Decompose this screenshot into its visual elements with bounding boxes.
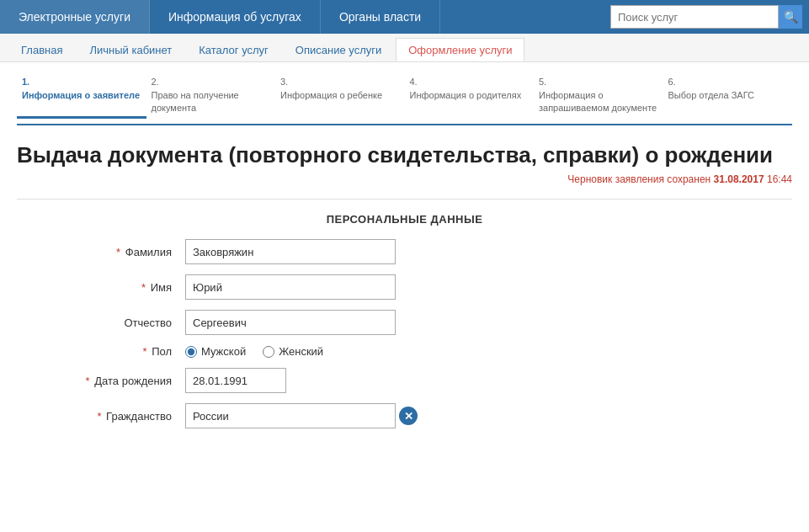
label-birthdate: * Дата рождения <box>17 375 185 387</box>
form-row-patronymic: Отчество <box>17 310 792 335</box>
form-row-surname: * Фамилия <box>17 239 792 264</box>
tab-home[interactable]: Главная <box>8 38 75 61</box>
search-area: 🔍 <box>604 0 809 34</box>
top-navigation: Электронные услуги Информация об услугах… <box>0 0 809 34</box>
nav-info-services-label: Информация об услугах <box>168 10 301 24</box>
input-citizenship[interactable] <box>185 403 396 428</box>
label-gender: * Пол <box>17 345 185 358</box>
nav-authorities[interactable]: Органы власти <box>321 0 440 34</box>
input-patronymic[interactable] <box>185 310 396 335</box>
form-row-birthdate: * Дата рождения <box>17 368 792 393</box>
input-birthdate[interactable] <box>185 368 286 393</box>
input-name[interactable] <box>185 274 396 300</box>
clear-citizenship-button[interactable]: ✕ <box>399 407 418 425</box>
nav-info-services[interactable]: Информация об услугах <box>150 0 321 34</box>
nav-e-services-label: Электронные услуги <box>19 10 130 24</box>
tab-catalog[interactable]: Каталог услуг <box>186 38 281 61</box>
personal-data-form: * Фамилия * Имя Отчество * Пол <box>17 239 792 428</box>
main-content: 1. Информация о заявителе 2. Право на по… <box>0 62 809 452</box>
secondary-navigation: Главная Личный кабинет Каталог услуг Опи… <box>0 34 809 62</box>
input-surname[interactable] <box>185 239 396 264</box>
nav-e-services[interactable]: Электронные услуги <box>0 0 150 34</box>
step-3[interactable]: 3. Информация о ребенке <box>275 76 405 117</box>
section-heading: ПЕРСОНАЛЬНЫЕ ДАННЫЕ <box>17 213 792 226</box>
tab-cabinet[interactable]: Личный кабинет <box>77 38 184 61</box>
form-row-gender: * Пол Мужской Женский <box>17 345 792 358</box>
label-name: * Имя <box>17 281 185 294</box>
draft-saved-notice: Черновик заявления сохранен 31.08.2017 1… <box>17 173 792 185</box>
radio-male-input[interactable] <box>185 346 197 358</box>
nav-authorities-label: Органы власти <box>339 10 421 24</box>
label-surname: * Фамилия <box>17 246 185 258</box>
radio-female[interactable]: Женский <box>263 345 323 358</box>
form-row-citizenship: * Гражданство ✕ <box>17 403 792 428</box>
step-5[interactable]: 5. Информация о запрашиваемом документе <box>534 76 663 117</box>
steps-bar: 1. Информация о заявителе 2. Право на по… <box>17 76 792 125</box>
gender-radio-group: Мужской Женский <box>185 345 323 358</box>
radio-male[interactable]: Мужской <box>185 345 246 358</box>
step-4[interactable]: 4. Информация о родителях <box>405 76 535 117</box>
form-row-name: * Имя <box>17 274 792 300</box>
label-patronymic: Отчество <box>17 317 185 329</box>
step-1[interactable]: 1. Информация о заявителе <box>17 76 146 119</box>
citizenship-wrapper: ✕ <box>185 403 418 428</box>
step-6[interactable]: 6. Выбор отдела ЗАГС <box>663 76 793 117</box>
page-title: Выдача документа (повторного свидетельст… <box>17 142 792 168</box>
radio-female-input[interactable] <box>263 346 274 358</box>
search-button[interactable]: 🔍 <box>779 5 802 29</box>
label-citizenship: * Гражданство <box>17 410 185 423</box>
tab-registration[interactable]: Оформление услуги <box>396 38 524 61</box>
tab-description[interactable]: Описание услуги <box>283 38 394 61</box>
search-input[interactable] <box>610 5 779 29</box>
divider <box>17 199 792 200</box>
step-2[interactable]: 2. Право на получение документа <box>146 76 276 117</box>
